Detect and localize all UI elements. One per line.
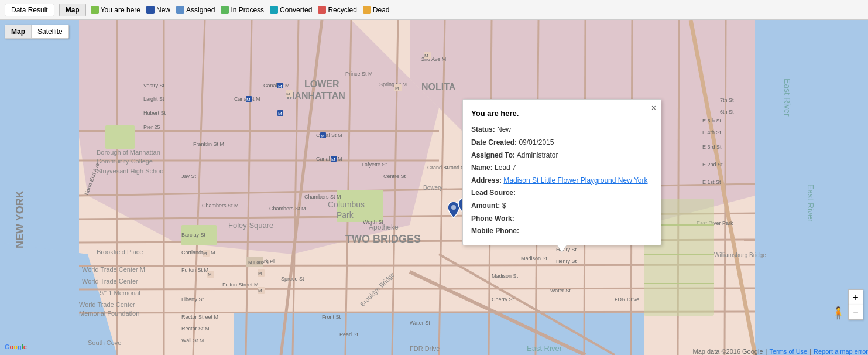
svg-text:Fulton Street M: Fulton Street M xyxy=(222,282,259,288)
svg-text:FDR Drive: FDR Drive xyxy=(410,345,440,352)
popup-title: You are here. xyxy=(471,107,653,120)
map-pin-pin1[interactable] xyxy=(448,202,459,218)
svg-text:Bowery: Bowery xyxy=(423,185,442,191)
legend-item-new: New xyxy=(146,6,170,14)
svg-text:Centre St: Centre St xyxy=(383,173,406,179)
svg-text:Williamsburg Bridge: Williamsburg Bridge xyxy=(714,252,766,258)
popup-assigned-row: Assigned To: Administrator xyxy=(471,149,653,162)
svg-text:Chambers St M: Chambers St M xyxy=(269,206,306,211)
svg-text:Worth St: Worth St xyxy=(363,219,383,225)
legend: You are hereNewAssignedIn ProcessConvert… xyxy=(91,6,390,14)
map-button[interactable]: Map xyxy=(59,4,86,16)
svg-text:Prince St M: Prince St M xyxy=(345,71,373,77)
svg-text:M: M xyxy=(286,91,290,97)
svg-text:Hubert St: Hubert St xyxy=(143,110,166,116)
svg-rect-32 xyxy=(105,125,135,149)
popup-amount-value: $ xyxy=(502,202,506,210)
svg-text:Vestry St: Vestry St xyxy=(143,83,165,88)
popup-date-label: Date Created: xyxy=(471,138,517,146)
map-type-satellite-button[interactable]: Satellite xyxy=(32,25,68,38)
svg-text:M: M xyxy=(208,272,212,277)
svg-text:Laight St: Laight St xyxy=(143,96,164,102)
popup-assigned-label: Assigned To: xyxy=(471,151,515,159)
svg-text:M Park Pl: M Park Pl xyxy=(248,260,269,265)
svg-text:World Trade Center: World Trade Center xyxy=(79,301,135,308)
svg-text:M: M xyxy=(258,288,262,293)
svg-text:M: M xyxy=(321,134,325,139)
svg-text:Chambers St M: Chambers St M xyxy=(202,203,239,209)
svg-text:Spring St M: Spring St M xyxy=(379,81,407,87)
svg-text:6th St: 6th St xyxy=(720,109,734,115)
map-data-text: Map data ©2016 Google xyxy=(693,348,763,355)
popup-address-row: Address: Madison St Little Flower Playgr… xyxy=(471,175,653,187)
svg-text:Fulton St M: Fulton St M xyxy=(181,267,208,273)
svg-text:East River: East River xyxy=(783,78,792,117)
popup-assigned-value: Administrator xyxy=(517,151,558,159)
svg-text:Madison St: Madison St xyxy=(492,273,519,279)
svg-text:Borough of Manhattan: Borough of Manhattan xyxy=(97,149,160,156)
legend-label-dead: Dead xyxy=(373,6,390,14)
svg-text:Columbus: Columbus xyxy=(328,200,365,209)
terms-of-use-link[interactable]: Terms of Use xyxy=(769,348,807,355)
popup-close-button[interactable]: × xyxy=(651,103,656,112)
popup-status-value: New xyxy=(497,125,511,134)
map-bottom-bar: Map data ©2016 Google | Terms of Use | R… xyxy=(693,348,868,355)
report-map-error-link[interactable]: Report a map error xyxy=(814,348,868,355)
svg-text:Brookfield Place: Brookfield Place xyxy=(97,248,143,255)
svg-text:Canal St M: Canal St M xyxy=(316,156,342,162)
popup-name-value: Lead 7 xyxy=(495,163,516,172)
zoom-controls: + − xyxy=(848,289,863,320)
svg-text:Foley Square: Foley Square xyxy=(228,221,273,230)
map-type-map-button[interactable]: Map xyxy=(5,25,32,38)
svg-text:South Cove: South Cove xyxy=(88,339,121,346)
popup-address-link[interactable]: Madison St Little Flower Playground New … xyxy=(503,176,647,185)
legend-label-in-process: In Process xyxy=(231,6,264,14)
google-logo: Google xyxy=(5,343,27,350)
svg-text:Pier 25: Pier 25 xyxy=(143,124,160,130)
svg-text:7th St: 7th St xyxy=(720,97,734,103)
zoom-in-button[interactable]: + xyxy=(848,289,863,305)
svg-text:Chambers St M: Chambers St M xyxy=(304,194,341,200)
popup-mobile-phone-label: Mobile Phone: xyxy=(471,227,519,235)
popup-amount-label: Amount: xyxy=(471,202,500,210)
legend-item-in-process: In Process xyxy=(221,6,264,14)
svg-text:Water St: Water St xyxy=(410,320,430,326)
svg-text:Pearl St: Pearl St xyxy=(339,332,359,337)
map-background: Vestry St Laight St Hubert St Prince St … xyxy=(0,20,868,355)
svg-text:World Trade Center: World Trade Center xyxy=(82,278,138,285)
svg-text:NEW YORK: NEW YORK xyxy=(14,190,26,248)
svg-point-148 xyxy=(451,205,456,210)
popup-lead-source-label: Lead Source: xyxy=(471,189,516,197)
map-container: Vestry St Laight St Hubert St Prince St … xyxy=(0,20,868,355)
legend-label-you-are-here: You are here xyxy=(101,6,140,14)
popup-date-row: Date Created: 09/01/2015 xyxy=(471,136,653,149)
svg-text:E 3rd St: E 3rd St xyxy=(702,144,722,150)
svg-text:World Trade Center M: World Trade Center M xyxy=(82,266,145,273)
popup-lead-source-row: Lead Source: xyxy=(471,187,653,200)
svg-text:Front St: Front St xyxy=(322,314,341,320)
svg-text:Community College: Community College xyxy=(97,158,153,165)
legend-label-new: New xyxy=(156,6,170,14)
svg-text:Park: Park xyxy=(337,210,354,220)
svg-text:Rector Street M: Rector Street M xyxy=(181,314,218,320)
legend-item-assigned: Assigned xyxy=(176,6,215,14)
svg-text:M: M xyxy=(203,251,207,256)
svg-text:E 2nd St: E 2nd St xyxy=(702,162,723,168)
svg-text:East River: East River xyxy=(527,344,562,353)
svg-text:TWO BRIDGES: TWO BRIDGES xyxy=(345,233,421,245)
svg-text:M: M xyxy=(395,86,399,91)
svg-text:Madison St: Madison St xyxy=(521,255,548,261)
pegman-icon[interactable]: 🧍 xyxy=(831,306,846,320)
legend-item-recycled: Recycled xyxy=(318,6,356,14)
svg-text:East River: East River xyxy=(806,184,815,222)
svg-text:NOLITA: NOLITA xyxy=(421,82,456,92)
zoom-out-button[interactable]: − xyxy=(848,305,863,320)
legend-label-converted: Converted xyxy=(280,6,312,14)
legend-label-assigned: Assigned xyxy=(186,6,215,14)
legend-color-in-process xyxy=(221,6,229,14)
svg-text:Spruce St: Spruce St xyxy=(281,276,304,282)
svg-text:M: M xyxy=(278,84,282,89)
svg-text:Lafyette St: Lafyette St xyxy=(362,162,387,168)
popup-status-row: Status: New xyxy=(471,124,653,136)
data-result-button[interactable]: Data Result xyxy=(5,4,54,16)
